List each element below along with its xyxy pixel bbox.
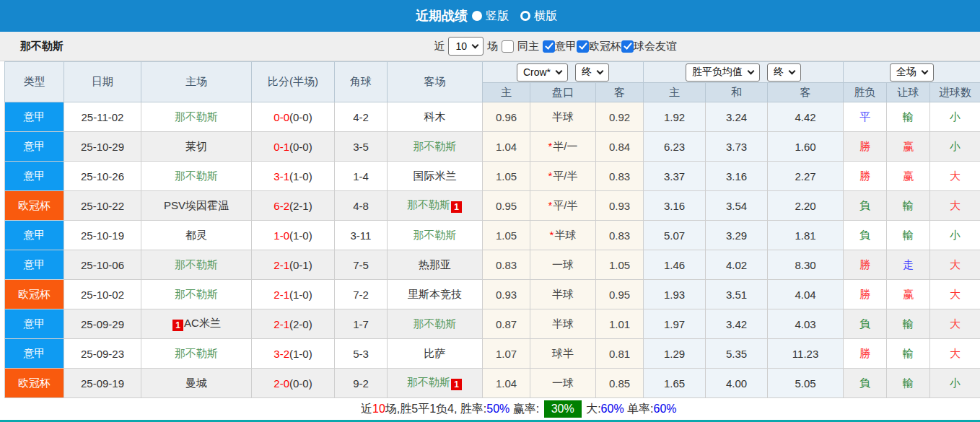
mean-type-select[interactable]: 胜平负均值 (686, 63, 760, 82)
away-team-cell[interactable]: 那不勒斯1 (388, 191, 483, 221)
odds-away-cell: 0.85 (596, 369, 644, 398)
same-home-checkbox[interactable] (502, 40, 514, 53)
handicap-cell: *半/一 (530, 132, 596, 162)
away-team-cell[interactable]: 那不勒斯1 (388, 369, 483, 398)
summary-segment: 场,胜5平1负4, 胜率: (385, 402, 486, 417)
corner-cell: 4-2 (335, 102, 388, 132)
radio-vertical-layout[interactable] (472, 11, 482, 21)
league-type-badge: 意甲 (5, 132, 64, 162)
home-team-cell[interactable]: 那不勒斯 (141, 162, 252, 191)
odds-away-cell: 0.83 (596, 221, 644, 250)
away-team-cell[interactable]: 那不勒斯 (388, 221, 483, 250)
match-row: 意甲25-09-23那不勒斯3-2(1-0)5-3比萨1.07球半0.811.2… (5, 339, 980, 369)
away-team-cell[interactable]: 国际米兰 (388, 162, 483, 191)
league-label: 欧冠杯 (589, 40, 621, 53)
league-type-badge: 意甲 (5, 102, 64, 132)
col-header-odds-away: 客 (596, 83, 644, 102)
match-row: 意甲25-09-291AC米兰2-1(2-0)1-7那不勒斯0.87半球1.01… (5, 309, 980, 339)
col-header-date: 日期 (64, 62, 141, 102)
score-cell: 3-1(1-0) (252, 162, 335, 191)
handicap-result-cell: 輸 (887, 369, 930, 398)
col-header-handicap: 盘口 (530, 83, 596, 102)
handicap-result-cell: 輸 (887, 102, 930, 132)
radio-vertical-label[interactable]: 竖版 (486, 9, 509, 24)
corner-cell: 9-2 (335, 369, 388, 398)
away-team-cell[interactable]: 热那亚 (388, 250, 483, 280)
handicap-cell: 半球 (530, 309, 596, 339)
mean-draw-cell: 3.42 (706, 309, 768, 339)
away-team-cell[interactable]: 比萨 (388, 339, 483, 369)
league-checkbox[interactable] (577, 40, 589, 53)
date-cell: 25-10-06 (64, 250, 141, 280)
col-header-corner: 角球 (335, 62, 388, 102)
league-checkbox[interactable] (621, 40, 634, 53)
league-filter-意甲: 意甲 (543, 40, 577, 53)
date-cell: 25-09-19 (64, 369, 141, 398)
match-row: 意甲25-10-29莱切0-1(0-0)3-5那不勒斯1.04*半/一0.846… (5, 132, 980, 162)
mean-draw-cell: 4.00 (706, 369, 768, 398)
odds-home-cell: 0.93 (483, 280, 530, 309)
odds-away-cell: 0.92 (596, 102, 644, 132)
mean-draw-cell: 5.35 (706, 339, 768, 369)
outcome-cell: 勝 (844, 250, 887, 280)
col-header-result: 胜负 (844, 83, 887, 102)
league-checkbox[interactable] (543, 40, 555, 53)
away-team-cell[interactable]: 那不勒斯 (388, 309, 483, 339)
radio-horizontal-layout[interactable] (520, 11, 530, 21)
red-card-badge: 1 (451, 201, 462, 213)
outcome-cell: 負 (844, 369, 887, 398)
home-team-cell[interactable]: 那不勒斯 (141, 280, 252, 309)
score-cell: 2-0(0-0) (252, 369, 335, 398)
goals-result-cell: 大 (930, 339, 980, 369)
league-type-badge: 意甲 (5, 250, 64, 280)
away-team-cell[interactable]: 里斯本竞技 (388, 280, 483, 309)
handicap-result-cell: 輸 (887, 339, 930, 369)
summary-segment: 单率: (624, 402, 654, 417)
radio-horizontal-label[interactable]: 横版 (534, 9, 557, 24)
odds-home-cell: 1.04 (483, 369, 530, 398)
away-team-cell[interactable]: 那不勒斯 (388, 132, 483, 162)
scope-select[interactable]: 全场 (890, 63, 934, 82)
home-team-cell[interactable]: 曼城 (141, 369, 252, 398)
league-type-badge: 意甲 (5, 309, 64, 339)
mean-home-cell: 1.46 (644, 250, 706, 280)
odds-company-select[interactable]: Crow* (517, 63, 568, 82)
away-team-cell[interactable]: 科木 (388, 102, 483, 132)
summary-text: 近10场,胜5平1负4, 胜率:50% 赢率: 30% 大:60% 单率:60% (361, 400, 677, 418)
mean-time-select[interactable]: 终 (767, 63, 801, 82)
odds-home-cell: 0.95 (483, 191, 530, 221)
result-group-header: 全场 (844, 62, 980, 83)
corner-cell: 7-2 (335, 280, 388, 309)
odds-home-cell: 1.05 (483, 221, 530, 250)
score-cell: 2-1(1-0) (252, 280, 335, 309)
handicap-result-cell: 輸 (887, 309, 930, 339)
corner-cell: 4-8 (335, 191, 388, 221)
home-team-cell[interactable]: 那不勒斯 (141, 102, 252, 132)
col-header-mean-draw: 和 (706, 83, 768, 102)
home-team-cell[interactable]: 都灵 (141, 221, 252, 250)
mean-away-cell: 2.27 (768, 162, 844, 191)
home-team-cell[interactable]: 那不勒斯 (141, 339, 252, 369)
odds-home-cell: 1.05 (483, 162, 530, 191)
league-filter-球会友谊: 球会友谊 (621, 40, 677, 53)
col-header-away: 客场 (388, 62, 483, 102)
home-team-cell[interactable]: PSV埃因霍温 (141, 191, 252, 221)
home-team-cell[interactable]: 那不勒斯 (141, 250, 252, 280)
corner-cell: 1-7 (335, 309, 388, 339)
mean-away-cell: 1.60 (768, 132, 844, 162)
goals-result-cell: 大 (930, 191, 980, 221)
chevron-down-icon (597, 67, 604, 74)
handicap-result-cell: 輸 (887, 221, 930, 250)
handicap-result-cell: 赢 (887, 280, 930, 309)
home-team-cell[interactable]: 莱切 (141, 132, 252, 162)
outcome-cell: 平 (844, 102, 887, 132)
league-label: 球会友谊 (634, 40, 677, 53)
results-table: 类型 日期 主场 比分(半场) 角球 客场 Crow* 终 (4, 61, 980, 398)
odds-away-cell: 1.01 (596, 309, 644, 339)
recent-count-select[interactable]: 10 (448, 37, 484, 56)
odds-time-select[interactable]: 终 (575, 63, 609, 82)
mean-home-cell: 1.65 (644, 369, 706, 398)
score-cell: 2-1(0-1) (252, 250, 335, 280)
goals-result-cell: 小 (930, 132, 980, 162)
home-team-cell[interactable]: 1AC米兰 (141, 309, 252, 339)
